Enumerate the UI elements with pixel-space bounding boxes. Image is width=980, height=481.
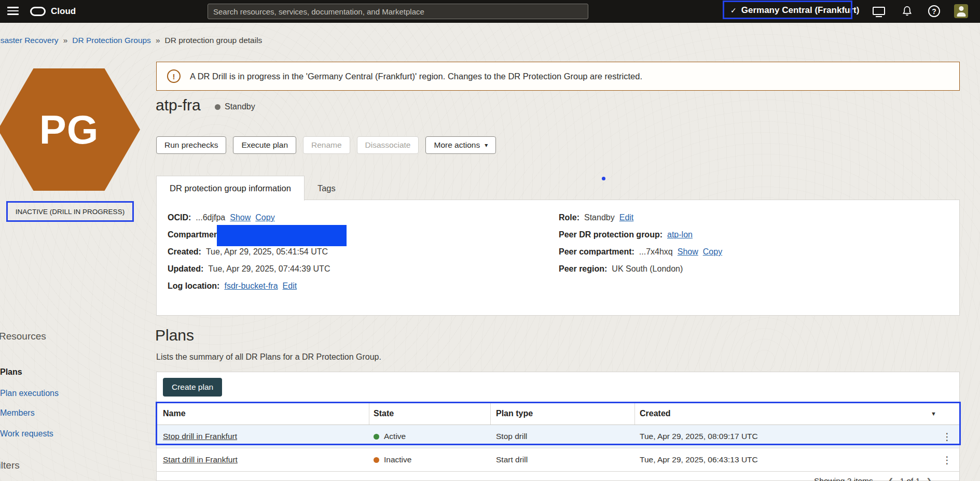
peer-compartment-show-link[interactable]: Show — [678, 247, 698, 257]
column-divider — [634, 403, 635, 425]
lifecycle-status-badge: INACTIVE (DRILL IN PROGRESS) — [16, 208, 125, 216]
menu-icon[interactable] — [7, 7, 19, 16]
field-created: Created: Tue, Apr 29, 2025, 05:41:54 UTC — [168, 247, 330, 257]
ocid-copy-link[interactable]: Copy — [255, 213, 274, 222]
column-header-name[interactable]: Name — [163, 409, 186, 418]
column-divider — [490, 403, 491, 425]
oracle-logo-icon — [30, 7, 46, 16]
plan-name-link[interactable]: Start drill in Frankfurt — [163, 455, 238, 464]
field-peer-region: Peer region: UK South (London) — [559, 264, 722, 274]
plan-created: Tue, Apr 29, 2025, 06:43:13 UTC — [640, 455, 758, 464]
check-icon: ✓ — [730, 6, 737, 15]
cloud-shell-display-icon[interactable] — [873, 7, 885, 15]
plans-section-subtitle: Lists the summary of all DR Plans for a … — [156, 352, 381, 362]
column-header-created[interactable]: Created — [640, 409, 671, 418]
breadcrumb-current-page: DR protection group details — [165, 36, 263, 45]
question-glyph: ? — [932, 7, 936, 16]
chevron-down-icon: ▾ — [485, 142, 488, 148]
help-icon[interactable]: ? — [928, 5, 940, 17]
breadcrumb: Disaster Recovery » DR Protection Groups… — [0, 36, 262, 45]
field-peer-dr-protection-group: Peer DR protection group: atp-lon — [559, 230, 722, 240]
column-divider — [369, 403, 369, 425]
row-actions-kebab-icon[interactable]: ⋮ — [938, 454, 956, 466]
disassociate-button[interactable]: Disassociate — [357, 136, 419, 154]
plan-name-link[interactable]: Stop drill in Frankfurt — [163, 432, 237, 441]
stray-cursor-dot — [602, 177, 605, 180]
breadcrumb-separator: » — [63, 36, 68, 45]
field-log-location: Log location: fsdr-bucket-fra Edit — [168, 281, 330, 291]
brand-label: Cloud — [51, 6, 76, 17]
filters-heading: Filters — [0, 460, 20, 471]
page-title: atp-fra — [156, 96, 201, 114]
role-edit-link[interactable]: Edit — [619, 213, 634, 222]
tab-dr-protection-group-information[interactable]: DR protection group information — [156, 176, 305, 201]
info-column-left: OCID: ...6djfpa Show Copy Compartment: C… — [168, 213, 330, 291]
plan-state: Active — [374, 432, 406, 441]
plan-type: Stop drill — [496, 432, 527, 441]
field-peer-compartment: Peer compartment: ...7x4hxq Show Copy — [559, 247, 722, 257]
dr-protection-group-information-panel: OCID: ...6djfpa Show Copy Compartment: C… — [156, 200, 960, 316]
annotation-box-inactive-badge: INACTIVE (DRILL IN PROGRESS) — [6, 201, 134, 222]
standby-status-dot — [215, 104, 220, 110]
page-next-icon[interactable]: ❯ — [926, 477, 932, 481]
column-header-plan-type[interactable]: Plan type — [496, 409, 533, 418]
active-status-dot — [374, 434, 379, 440]
column-header-state[interactable]: State — [374, 409, 394, 418]
sidebar-item-work-requests[interactable]: Work requests — [0, 429, 53, 438]
field-role: Role: Standby Edit — [559, 213, 722, 223]
page-previous-icon[interactable]: ❮ — [888, 477, 894, 481]
dr-drill-warning-banner: ! A DR Drill is in progress in the 'Germ… — [156, 62, 960, 91]
inactive-status-dot — [374, 457, 379, 463]
create-plan-button[interactable]: Create plan — [163, 378, 222, 397]
info-column-right: Role: Standby Edit Peer DR protection gr… — [559, 213, 722, 274]
notifications-bell-icon[interactable] — [901, 5, 913, 17]
plan-state: Inactive — [374, 455, 411, 464]
plan-type: Start drill — [496, 455, 528, 464]
tab-tags[interactable]: Tags — [305, 176, 349, 201]
plan-row-stop-drill[interactable]: Stop drill in Frankfurt Active Stop dril… — [157, 425, 959, 448]
warning-icon: ! — [167, 69, 181, 83]
breadcrumb-dr-protection-groups[interactable]: DR Protection Groups — [72, 36, 151, 45]
execute-plan-button[interactable]: Execute plan — [233, 136, 296, 154]
breadcrumb-disaster-recovery[interactable]: Disaster Recovery — [0, 36, 59, 45]
status-label: Standby — [225, 102, 255, 111]
pagination: ❮ 1 of 1 ❯ — [888, 476, 932, 481]
peer-compartment-copy-link[interactable]: Copy — [703, 247, 722, 257]
pg-icon-label: PG — [39, 106, 99, 153]
search-bar[interactable] — [208, 4, 588, 19]
peer-group-link[interactable]: atp-lon — [667, 230, 693, 239]
detail-tabs: DR protection group information Tags — [156, 176, 349, 201]
more-actions-button[interactable]: More actions ▾ — [425, 136, 496, 154]
region-label: Germany Central (Frankfurt) — [741, 5, 860, 16]
search-input[interactable] — [213, 7, 583, 16]
breadcrumb-separator: » — [156, 36, 160, 45]
protection-group-hexagon-icon: PG — [0, 68, 140, 191]
field-updated: Updated: Tue, Apr 29, 2025, 07:44:39 UTC — [168, 264, 330, 274]
plans-table-header: Name State Plan type Created ▼ — [157, 403, 959, 425]
field-ocid: OCID: ...6djfpa Show Copy — [168, 213, 330, 223]
plans-table-footer: Showing 2 items ❮ 1 of 1 ❯ — [157, 471, 959, 481]
sidebar-item-plan-executions[interactable]: Plan executions — [0, 389, 59, 398]
compartment-redaction-box — [217, 225, 347, 246]
ocid-show-link[interactable]: Show — [230, 213, 251, 222]
sidebar-item-plans[interactable]: Plans — [0, 367, 22, 377]
run-prechecks-button[interactable]: Run prechecks — [156, 136, 226, 154]
action-button-row: Run prechecks Execute plan Rename Disass… — [156, 136, 496, 154]
warning-message: A DR Drill is in progress in the 'German… — [190, 72, 642, 81]
rename-button[interactable]: Rename — [303, 136, 350, 154]
plans-panel: Create plan Name State Plan type Created… — [156, 372, 960, 481]
resources-heading: Resources — [0, 331, 46, 342]
log-location-edit-link[interactable]: Edit — [283, 281, 297, 291]
topbar: Cloud ✓ Germany Central (Frankfurt) ? — [0, 0, 980, 23]
row-actions-kebab-icon[interactable]: ⋮ — [938, 431, 956, 443]
region-selector[interactable]: ✓ Germany Central (Frankfurt) — [730, 0, 859, 21]
sort-descending-icon[interactable]: ▼ — [931, 411, 936, 417]
user-avatar-icon[interactable] — [954, 4, 968, 18]
log-location-link[interactable]: fsdr-bucket-fra — [224, 281, 278, 291]
plan-row-start-drill[interactable]: Start drill in Frankfurt Inactive Start … — [157, 448, 959, 472]
page-indicator: 1 of 1 — [900, 476, 920, 481]
sidebar-item-members[interactable]: Members — [0, 408, 35, 418]
showing-items-label: Showing 2 items — [814, 476, 873, 481]
plan-created: Tue, Apr 29, 2025, 08:09:17 UTC — [640, 432, 758, 441]
resource-status: Standby — [215, 102, 255, 111]
